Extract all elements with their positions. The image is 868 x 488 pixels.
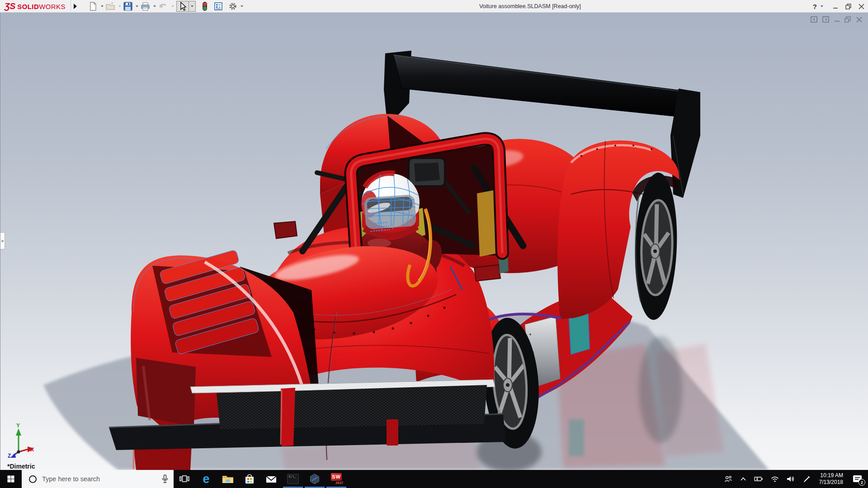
- z-axis-arrow: [10, 453, 16, 458]
- windows-ink-pen-icon[interactable]: [803, 475, 811, 483]
- feature-panel-splitter-tab[interactable]: [0, 232, 5, 249]
- title-bar: ƷSSOLIDWORKS: [0, 0, 868, 13]
- new-document-icon: [89, 2, 98, 11]
- quick-access-toolbar: [89, 0, 245, 13]
- rivet: [529, 333, 531, 335]
- triad-origin: [17, 450, 20, 454]
- right-mirror: [474, 265, 500, 281]
- task-view-button[interactable]: [174, 470, 195, 488]
- window-title: Voiture assomblee.SLDASM [Read-only]: [452, 0, 608, 13]
- center-pillar: [281, 388, 295, 446]
- grille-post: [387, 419, 398, 446]
- doc-minimize-button[interactable]: [834, 16, 840, 23]
- collapse-pane-left-button[interactable]: [811, 16, 818, 23]
- display-settings-icon: [214, 2, 223, 11]
- hub-center: [653, 249, 657, 253]
- options-button[interactable]: [228, 2, 237, 11]
- wifi-icon[interactable]: [771, 476, 779, 482]
- file-explorer-icon: [222, 474, 234, 484]
- print-dropdown-caret-icon[interactable]: [153, 5, 156, 7]
- orientation-triad: Y X Z: [8, 422, 34, 459]
- command-prompt-icon: C:\_: [287, 474, 299, 484]
- taskbar-app-file-explorer[interactable]: [217, 470, 239, 488]
- save-dropdown-caret-icon[interactable]: [136, 5, 138, 7]
- driver-helmet[interactable]: [361, 173, 420, 239]
- battery-charging-icon[interactable]: [754, 476, 763, 482]
- doc-close-button[interactable]: [856, 16, 863, 23]
- windows-taskbar: Type here to search e C:\_ SW 2017: [0, 470, 868, 488]
- wing-main-plane: [393, 54, 695, 118]
- wheel-reflection: [639, 336, 682, 443]
- action-center-button[interactable]: 2: [852, 473, 863, 485]
- options-gear-icon: [228, 2, 237, 11]
- taskbar-app-composer[interactable]: [304, 470, 326, 488]
- taskbar-app-edge[interactable]: e: [195, 470, 217, 488]
- y-axis-label: Y: [16, 422, 20, 429]
- solidworks-window: ƷSSOLIDWORKS: [0, 0, 868, 488]
- windows-logo-icon: [7, 475, 14, 483]
- sw-letters: SW: [331, 473, 342, 481]
- taskbar-app-command-prompt[interactable]: C:\_: [282, 470, 304, 488]
- save-button[interactable]: [123, 2, 132, 11]
- cortana-icon: [29, 475, 37, 483]
- model-canvas[interactable]: Y X Z *Dimetric: [0, 13, 868, 470]
- select-tool-button[interactable]: [176, 1, 189, 12]
- people-icon[interactable]: [724, 475, 732, 483]
- open-button[interactable]: [106, 2, 115, 11]
- select-dropdown-caret-icon: [191, 5, 193, 7]
- taskbar-app-solidworks[interactable]: SW 2017: [326, 470, 347, 488]
- undo-icon: [158, 2, 168, 11]
- rebuild-traffic-light-icon: [201, 1, 208, 11]
- divider: [71, 0, 71, 13]
- hub-center: [506, 383, 509, 387]
- tray-chevron-up-icon[interactable]: [740, 477, 746, 481]
- display-settings-button[interactable]: [214, 2, 223, 11]
- doc-restore-button[interactable]: [844, 16, 851, 23]
- undo-button[interactable]: [158, 2, 168, 11]
- open-dropdown-caret-icon[interactable]: [118, 5, 121, 7]
- volume-icon[interactable]: [787, 475, 795, 483]
- hexagon-app-icon: [309, 473, 321, 485]
- print-icon: [141, 2, 150, 11]
- microphone-icon[interactable]: [161, 474, 169, 483]
- window-controls: ?: [813, 0, 864, 13]
- restore-button[interactable]: [845, 4, 851, 9]
- task-view-icon: [179, 474, 189, 483]
- menu-flyout-arrow-icon[interactable]: [74, 4, 77, 9]
- mail-icon: [265, 474, 277, 483]
- select-cursor-icon: [178, 1, 187, 11]
- center-mirror: [409, 158, 445, 186]
- search-placeholder: Type here to search: [42, 475, 161, 483]
- solidworks-logo-glyph: ƷS: [5, 1, 15, 11]
- undo-dropdown-caret-icon[interactable]: [171, 5, 174, 7]
- y-axis-arrow: [16, 428, 21, 436]
- splitter-grip-icon: [1, 240, 4, 242]
- sw-year: 2017: [335, 481, 343, 485]
- minimize-button[interactable]: [833, 4, 838, 9]
- taskbar-app-mail[interactable]: [260, 470, 282, 488]
- print-button[interactable]: [141, 2, 150, 11]
- z-axis-label: Z: [8, 453, 11, 459]
- close-button[interactable]: [859, 4, 864, 9]
- graphics-viewport[interactable]: Y X Z *Dimetric: [0, 13, 868, 470]
- taskbar-search-input[interactable]: Type here to search: [22, 470, 174, 488]
- new-document-button[interactable]: [89, 2, 98, 11]
- rebuild-button[interactable]: [201, 1, 208, 11]
- help-button[interactable]: ?: [813, 3, 817, 10]
- new-dropdown-caret-icon[interactable]: [101, 5, 104, 7]
- solidworks-logo: ƷSSOLIDWORKS: [5, 1, 66, 11]
- left-mirror: [274, 221, 297, 239]
- start-button[interactable]: [0, 470, 22, 488]
- taskbar-app-store[interactable]: [239, 470, 260, 488]
- cmd-prompt-text: C:\_: [289, 475, 296, 479]
- options-dropdown-caret-icon[interactable]: [241, 5, 243, 7]
- window-reflection: [569, 419, 584, 456]
- expand-pane-right-button[interactable]: [822, 16, 830, 23]
- clock-date: 7/13/2018: [819, 479, 843, 486]
- tray-clock[interactable]: 10:19 AM 7/13/2018: [819, 472, 843, 486]
- document-window-controls: [811, 16, 863, 23]
- select-dropdown-caret-button[interactable]: [189, 1, 196, 12]
- help-dropdown-caret-icon[interactable]: [821, 5, 823, 7]
- clock-time: 10:19 AM: [819, 472, 843, 479]
- x-axis-label: X: [30, 446, 34, 453]
